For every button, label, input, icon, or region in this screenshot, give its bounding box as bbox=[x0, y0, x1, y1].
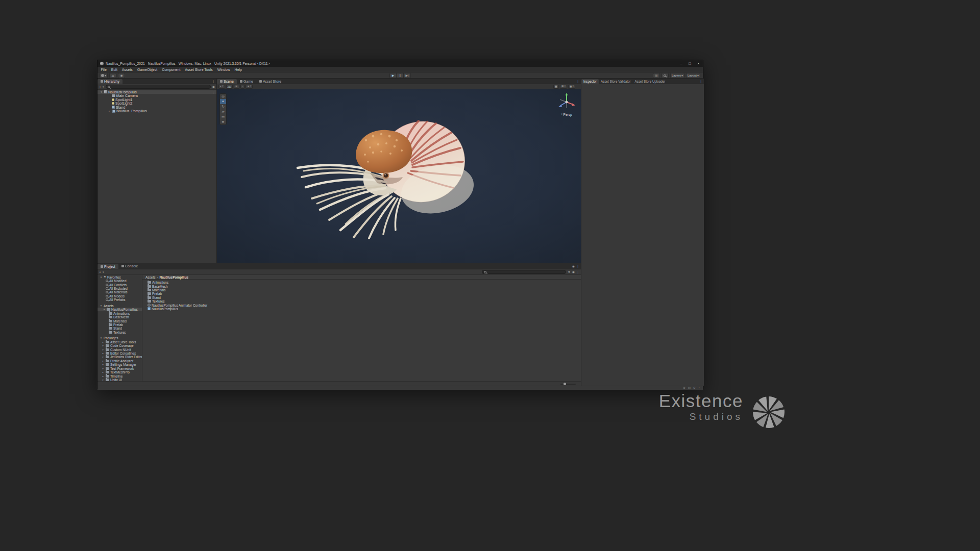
scene-options-kebab-icon[interactable]: ⋮ bbox=[212, 90, 215, 93]
foldout-closed-icon[interactable]: ▸ bbox=[102, 341, 105, 343]
package-timeline[interactable]: ▸Timeline bbox=[97, 374, 142, 378]
cloud-button[interactable]: ☁ bbox=[109, 73, 116, 78]
background-activity-icon[interactable]: ◔ bbox=[698, 387, 700, 390]
menu-file[interactable]: File bbox=[99, 68, 109, 71]
package-settings-manager[interactable]: ▸Settings Manager bbox=[97, 363, 142, 366]
create-asset-dropdown-icon[interactable]: ▾ bbox=[103, 271, 104, 273]
undo-history-button[interactable]: ⊞ bbox=[653, 73, 660, 78]
package-textmeshpro[interactable]: ▸TextMeshPro bbox=[97, 370, 142, 374]
tree-item-stand[interactable]: Stand bbox=[97, 327, 142, 330]
package-jetbrains-rider[interactable]: ▸JetBrains Rider Editor bbox=[97, 355, 142, 359]
step-button[interactable]: ▶| bbox=[404, 73, 411, 78]
hierarchy-item-spotlight2[interactable]: SpotLight2 bbox=[97, 102, 216, 106]
favorite-all-modified[interactable]: All Modified bbox=[97, 279, 142, 283]
foldout-closed-icon[interactable]: ▸ bbox=[102, 371, 105, 373]
draw-mode-dropdown[interactable]: ◐ ▾ bbox=[218, 85, 225, 89]
scene-visibility-icon[interactable]: ◉ bbox=[212, 85, 215, 88]
file-nautilus-prefab[interactable]: NautilusPompilius bbox=[148, 307, 581, 311]
tab-console[interactable]: Console bbox=[118, 263, 141, 269]
project-search-input[interactable] bbox=[482, 270, 566, 274]
package-custom-nunit[interactable]: ▸Custom NUnit bbox=[97, 347, 142, 351]
tree-item-animations[interactable]: Animations bbox=[97, 311, 142, 315]
tab-scene[interactable]: Scene bbox=[217, 79, 237, 84]
tab-asset-store[interactable]: Asset Store bbox=[256, 79, 284, 84]
menu-window[interactable]: Window bbox=[215, 68, 232, 71]
foldout-open-icon[interactable]: ▼ bbox=[100, 91, 103, 93]
file-animator-controller[interactable]: NautilusPompilius Animator Controller bbox=[148, 303, 581, 307]
lock-icon[interactable]: ◉ bbox=[572, 265, 575, 268]
package-asset-store-tools[interactable]: ▸Asset Store Tools bbox=[97, 340, 142, 344]
tree-item-basemesh[interactable]: BaseMesh bbox=[97, 315, 142, 319]
favorite-all-conflicts[interactable]: All Conflicts bbox=[97, 283, 142, 286]
foldout-closed-icon[interactable]: ▸ bbox=[102, 360, 105, 362]
kebab-menu-icon[interactable]: ⋮ bbox=[576, 80, 579, 83]
favorite-all-excluded[interactable]: All Excluded bbox=[97, 287, 142, 290]
create-asset-button[interactable]: + bbox=[99, 270, 101, 274]
scene-orientation-gizmo[interactable] bbox=[555, 91, 578, 113]
foldout-closed-icon[interactable]: ▸ bbox=[102, 367, 105, 370]
rotate-tool-button[interactable]: ↻ bbox=[220, 104, 226, 109]
tab-asset-store-uploader[interactable]: Asset Store Uploader bbox=[633, 79, 668, 84]
menu-gameobject[interactable]: GameObject bbox=[135, 68, 159, 71]
kebab-menu-icon[interactable]: ⋮ bbox=[212, 80, 215, 83]
file-animations[interactable]: Animations bbox=[148, 281, 581, 284]
hierarchy-item-stand[interactable]: Stand bbox=[97, 106, 216, 110]
packages-header[interactable]: ▼ Packages bbox=[97, 336, 142, 340]
console-messages-icon[interactable]: ⊙ bbox=[693, 387, 696, 390]
hidden-packages-icon[interactable]: ◉ bbox=[572, 270, 575, 273]
tree-item-textures[interactable]: Textures bbox=[97, 331, 142, 334]
scene-lighting-toggle[interactable]: ☀ bbox=[234, 85, 239, 89]
minimize-button[interactable]: – bbox=[677, 60, 685, 67]
services-button[interactable]: ◉ bbox=[118, 73, 125, 78]
gizmos-dropdown[interactable]: ◉ ▾ bbox=[568, 85, 575, 89]
foldout-closed-icon[interactable]: ▸ bbox=[108, 110, 111, 112]
file-stand[interactable]: Stand bbox=[148, 296, 581, 299]
foldout-closed-icon[interactable]: ▸ bbox=[102, 352, 105, 355]
tab-asset-store-validator[interactable]: Asset Store Validator bbox=[599, 79, 633, 84]
effects-dropdown[interactable]: ✦ ▾ bbox=[246, 85, 253, 89]
menu-help[interactable]: Help bbox=[232, 68, 244, 71]
maximize-button[interactable]: □ bbox=[685, 60, 694, 67]
favorite-all-prefabs[interactable]: All Prefabs bbox=[97, 298, 142, 302]
play-button[interactable]: ▶ bbox=[389, 73, 397, 78]
foldout-closed-icon[interactable]: ▸ bbox=[102, 356, 105, 358]
grid-visibility-dropdown[interactable]: ⊞ ▾ bbox=[560, 85, 567, 89]
layers-dropdown[interactable]: Layers ▾ bbox=[670, 73, 684, 78]
create-button[interactable]: + bbox=[99, 85, 101, 89]
breadcrumb-current[interactable]: NautilusPompilius bbox=[160, 276, 189, 279]
tree-item-materials[interactable]: Materials bbox=[97, 319, 142, 322]
tab-hierarchy[interactable]: Hierarchy bbox=[97, 79, 122, 84]
tab-project[interactable]: Project bbox=[97, 264, 118, 269]
foldout-open-icon[interactable]: ▼ bbox=[100, 276, 103, 279]
package-profile-analyzer[interactable]: ▸Profile Analyzer bbox=[97, 359, 142, 363]
hierarchy-scene-row[interactable]: ▼ NautilusPompilius ⋮ bbox=[97, 90, 216, 94]
hierarchy-item-nautilus[interactable]: ▸ Nautilus_Pompilius bbox=[97, 109, 216, 113]
hierarchy-search-input[interactable] bbox=[106, 85, 211, 89]
tab-game[interactable]: Game bbox=[237, 79, 256, 84]
scene-audio-toggle[interactable]: ♪ bbox=[240, 85, 245, 89]
transform-tool-button[interactable]: ⊕ bbox=[220, 119, 226, 124]
kebab-menu-icon[interactable]: ⋮ bbox=[699, 80, 702, 83]
layout-dropdown[interactable]: Layout ▾ bbox=[686, 73, 700, 78]
menu-asset-store-tools[interactable]: Asset Store Tools bbox=[183, 68, 215, 71]
foldout-open-icon[interactable]: ▼ bbox=[100, 337, 103, 339]
file-textures[interactable]: Textures bbox=[148, 299, 581, 303]
tab-inspector[interactable]: Inspector bbox=[581, 79, 599, 84]
kebab-menu-icon[interactable]: ⋮ bbox=[576, 85, 579, 88]
favorites-filter-icon[interactable]: ★ bbox=[568, 270, 570, 273]
assets-header[interactable]: ▼ Assets bbox=[97, 304, 142, 308]
foldout-open-icon[interactable]: ▼ bbox=[100, 305, 103, 307]
file-basemesh[interactable]: BaseMesh bbox=[148, 284, 581, 288]
foldout-closed-icon[interactable]: ▸ bbox=[102, 375, 105, 378]
title-bar[interactable]: Nautilus_Pompilius_2021 - NautilusPompil… bbox=[97, 60, 703, 67]
package-code-coverage[interactable]: ▸Code Coverage bbox=[97, 344, 142, 347]
scene-camera-settings-button[interactable]: ▣ bbox=[553, 85, 559, 89]
tree-item-nautiluspompilius[interactable]: ▼ NautilusPompilius bbox=[97, 308, 142, 311]
move-tool-button[interactable]: + bbox=[220, 99, 226, 104]
file-materials[interactable]: Materials bbox=[148, 288, 581, 292]
create-dropdown-icon[interactable]: ▾ bbox=[103, 86, 104, 88]
menu-component[interactable]: Component bbox=[160, 68, 183, 71]
package-editor-coroutines[interactable]: ▸Editor Coroutines bbox=[97, 352, 142, 355]
package-test-framework[interactable]: ▸Test Framework bbox=[97, 367, 142, 370]
console-warnings-icon[interactable]: ▤ bbox=[688, 387, 691, 390]
